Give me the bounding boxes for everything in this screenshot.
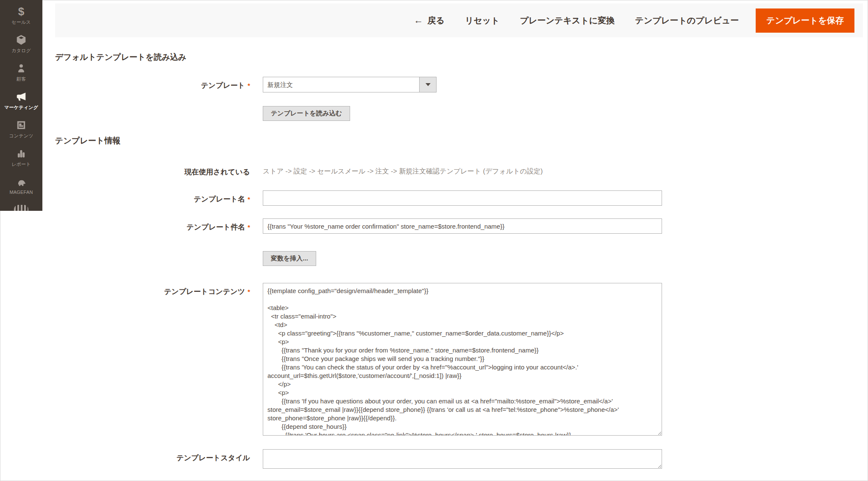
template-info-heading: テンプレート情報	[55, 135, 868, 146]
sidebar-item-reports[interactable]: レポート	[0, 147, 42, 176]
required-marker: *	[248, 288, 250, 295]
sidebar-item-magefan[interactable]: MAGEFAN	[0, 176, 42, 204]
admin-app: $ セールス カタログ 顧客 マーケティング コンテンツ	[0, 0, 868, 481]
required-marker: *	[248, 196, 250, 203]
convert-button-label: プレーンテキストに変換	[520, 15, 615, 26]
main-column: ← 戻る リセット プレーンテキストに変換 テンプレートのプレビュー テンプレー…	[42, 0, 868, 481]
load-template-row: テンプレートを読み込む	[263, 106, 868, 121]
admin-sidebar: $ セールス カタログ 顧客 マーケティング コンテンツ	[0, 0, 42, 211]
reset-button-label: リセット	[465, 15, 500, 26]
required-marker: *	[248, 224, 250, 231]
template-subject-row: テンプレート件名*	[55, 218, 868, 234]
reports-icon	[16, 147, 27, 160]
template-select[interactable]: 新規注文	[263, 77, 437, 92]
insert-variable-row: 変数を挿入...	[263, 251, 868, 266]
template-styles-label: テンプレートスタイル	[55, 449, 263, 463]
template-name-row: テンプレート名*	[55, 190, 868, 206]
select-dropdown-button[interactable]	[419, 77, 436, 92]
load-default-heading: デフォルトテンプレートを読み込み	[55, 52, 868, 63]
sidebar-item-label: コンテンツ	[9, 133, 33, 139]
sidebar-item-marketing[interactable]: マーケティング	[0, 90, 42, 119]
convert-to-plain-text-button[interactable]: プレーンテキストに変換	[520, 15, 615, 26]
catalog-icon	[16, 34, 27, 46]
template-select-row: テンプレート* 新規注文	[55, 77, 868, 92]
page-toolbar: ← 戻る リセット プレーンテキストに変換 テンプレートのプレビュー テンプレー…	[55, 3, 863, 37]
currently-used-path: ストア -> 設定 -> セールスメール -> 注文 -> 新規注文確認テンプレ…	[263, 163, 542, 176]
sidebar-item-label: レポート	[11, 161, 31, 168]
sidebar-item-label: カタログ	[11, 48, 31, 54]
template-content-textarea[interactable]: {{template config_path="design/email/hea…	[263, 283, 662, 436]
marketing-icon	[15, 90, 27, 103]
sidebar-item-catalog[interactable]: カタログ	[0, 34, 42, 62]
customers-icon	[16, 62, 26, 75]
preview-button-label: テンプレートのプレビュー	[635, 15, 739, 26]
save-template-button[interactable]: テンプレートを保存	[756, 8, 854, 33]
template-select-label: テンプレート*	[55, 77, 263, 90]
currently-used-label: 現在使用されている	[55, 163, 263, 177]
template-name-label: テンプレート名*	[55, 190, 263, 204]
sidebar-item-label: マーケティング	[4, 104, 38, 111]
currently-used-row: 現在使用されている ストア -> 設定 -> セールスメール -> 注文 -> …	[55, 163, 868, 177]
form-content: デフォルトテンプレートを読み込み テンプレート* 新規注文 テンプレートを読み込…	[42, 37, 868, 469]
template-content-label: テンプレートコンテンツ*	[55, 283, 263, 296]
sidebar-item-label: MAGEFAN	[9, 190, 33, 195]
back-arrow-icon: ←	[414, 16, 423, 25]
clipped-bottom-icon[interactable]	[14, 205, 28, 211]
preview-template-button[interactable]: テンプレートのプレビュー	[635, 15, 739, 26]
sidebar-item-label: 顧客	[17, 76, 26, 82]
insert-variable-button[interactable]: 変数を挿入...	[263, 251, 316, 266]
sidebar-item-content[interactable]: コンテンツ	[0, 119, 42, 147]
sidebar-item-label: セールス	[11, 19, 31, 25]
back-button[interactable]: ← 戻る	[414, 15, 444, 26]
template-styles-row: テンプレートスタイル	[55, 449, 868, 469]
template-subject-label: テンプレート件名*	[55, 218, 263, 232]
load-template-button[interactable]: テンプレートを読み込む	[263, 106, 350, 121]
content-icon	[16, 119, 27, 131]
required-marker: *	[248, 82, 250, 89]
sidebar-item-sales[interactable]: $ セールス	[0, 5, 42, 34]
sidebar-item-customers[interactable]: 顧客	[0, 62, 42, 90]
template-content-row: テンプレートコンテンツ* {{template config_path="des…	[55, 283, 868, 436]
template-select-value: 新規注文	[263, 77, 419, 92]
sales-icon: $	[18, 5, 24, 18]
template-subject-input[interactable]	[263, 218, 662, 234]
chevron-down-icon	[426, 83, 431, 86]
magefan-elephant-icon	[15, 176, 27, 188]
reset-button[interactable]: リセット	[465, 15, 500, 26]
back-button-label: 戻る	[427, 15, 444, 26]
template-name-input[interactable]	[263, 190, 662, 206]
template-styles-textarea[interactable]	[263, 449, 662, 469]
